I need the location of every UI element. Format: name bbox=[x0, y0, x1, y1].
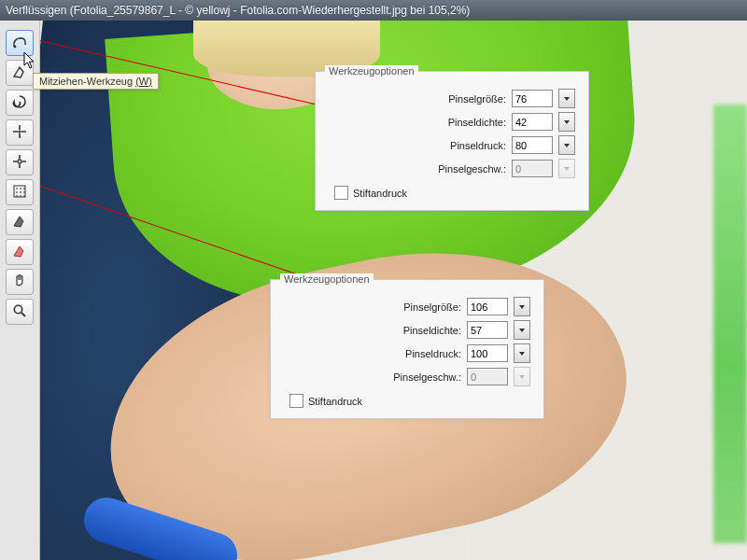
titlebar: Verflüssigen (Fotolia_25579867_L - © yel… bbox=[0, 0, 747, 21]
twirl-tool[interactable] bbox=[6, 90, 34, 116]
brush-size-dropdown[interactable] bbox=[558, 89, 575, 108]
panel-title: Werkzeugoptionen bbox=[325, 65, 418, 77]
freeze-mask-tool[interactable] bbox=[6, 209, 34, 235]
brush-size-input[interactable] bbox=[512, 90, 553, 107]
workspace: Mitziehen-Werkzeug (W) Werkzeugoptionen … bbox=[0, 21, 747, 560]
twirl-icon bbox=[11, 93, 28, 112]
brush-rate-label: Pinselgeschw.: bbox=[438, 163, 506, 175]
svg-point-0 bbox=[14, 46, 17, 49]
brush-size-label: Pinselgröße: bbox=[448, 93, 506, 105]
brush-density-label: Pinseldichte: bbox=[403, 325, 461, 336]
push-icon bbox=[11, 183, 28, 202]
thaw-mask-tool[interactable] bbox=[6, 239, 34, 265]
hand-icon bbox=[11, 273, 28, 291]
toolbar bbox=[0, 21, 40, 560]
zoom-tool[interactable] bbox=[6, 299, 34, 325]
thaw-icon bbox=[11, 243, 28, 261]
brush-density-dropdown[interactable] bbox=[558, 112, 575, 132]
stylus-pressure-label: Stiftandruck bbox=[353, 188, 407, 199]
brush-rate-label: Pinselgeschw.: bbox=[393, 371, 461, 383]
brush-rate-dropdown bbox=[558, 159, 575, 178]
tool-tooltip: Mitziehen-Werkzeug (W) bbox=[33, 73, 159, 90]
brush-size-dropdown[interactable] bbox=[514, 297, 530, 316]
brush-size-label: Pinselgröße: bbox=[403, 301, 461, 313]
brush-density-input[interactable] bbox=[467, 321, 508, 339]
brush-rate-input bbox=[512, 160, 553, 177]
tool-options-panel-2: Werkzeugoptionen Pinselgröße: Pinseldich… bbox=[270, 279, 544, 419]
stylus-pressure-checkbox[interactable] bbox=[289, 394, 303, 408]
restore-icon bbox=[11, 63, 28, 82]
brush-pressure-input[interactable] bbox=[512, 136, 553, 154]
brush-pressure-dropdown[interactable] bbox=[514, 343, 530, 363]
stylus-pressure-checkbox[interactable] bbox=[334, 186, 348, 200]
brush-density-input[interactable] bbox=[512, 113, 553, 131]
pucker-tool[interactable] bbox=[6, 119, 34, 146]
tool-options-panel-1: Werkzeugoptionen Pinselgröße: Pinseldich… bbox=[315, 71, 589, 211]
brush-density-dropdown[interactable] bbox=[514, 320, 530, 340]
warp-icon bbox=[11, 34, 28, 52]
freeze-icon bbox=[11, 213, 28, 231]
bloat-tool[interactable] bbox=[6, 149, 34, 175]
push-left-tool[interactable] bbox=[6, 179, 34, 205]
brush-rate-dropdown bbox=[514, 367, 530, 386]
reconstruct-tool[interactable] bbox=[6, 60, 34, 86]
brush-density-label: Pinseldichte: bbox=[448, 117, 506, 128]
tooltip-shortcut: (W) bbox=[135, 76, 152, 87]
pucker-icon bbox=[11, 123, 28, 142]
panel-title: Werkzeugoptionen bbox=[280, 273, 374, 285]
zoom-icon bbox=[11, 302, 28, 321]
brush-pressure-dropdown[interactable] bbox=[558, 135, 575, 155]
svg-point-1 bbox=[18, 130, 21, 133]
svg-line-5 bbox=[21, 313, 25, 316]
brush-size-input[interactable] bbox=[467, 298, 508, 315]
tooltip-text: Mitziehen-Werkzeug bbox=[39, 76, 135, 87]
brush-pressure-label: Pinseldruck: bbox=[405, 348, 461, 359]
stylus-pressure-label: Stiftandruck bbox=[308, 396, 362, 407]
svg-point-2 bbox=[18, 160, 21, 163]
svg-point-4 bbox=[14, 305, 21, 313]
bloat-icon bbox=[11, 153, 28, 172]
hand-tool[interactable] bbox=[6, 269, 34, 295]
brush-pressure-input[interactable] bbox=[467, 344, 508, 362]
brush-pressure-label: Pinseldruck: bbox=[450, 140, 506, 151]
forward-warp-tool[interactable] bbox=[6, 30, 34, 56]
brush-rate-input bbox=[467, 368, 508, 385]
